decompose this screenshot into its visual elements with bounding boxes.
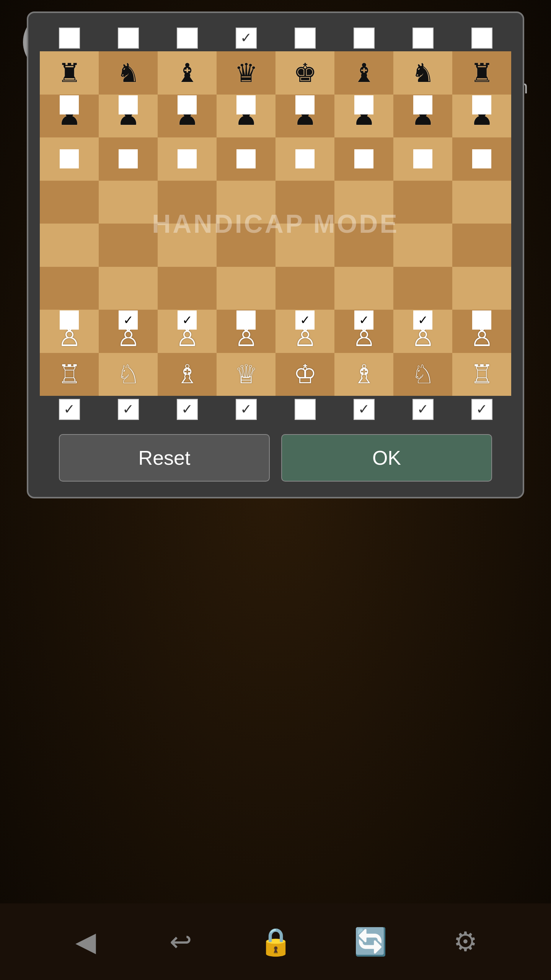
back-button[interactable]: ◀ — [63, 919, 109, 965]
cell-4-5 — [276, 181, 334, 224]
cell-4-8 — [452, 181, 511, 224]
checkbox-b3[interactable] — [177, 28, 198, 49]
cell-7-5: ✓ ♙ — [276, 310, 334, 353]
pawn-check-8[interactable] — [472, 95, 491, 114]
black-checkbox-5[interactable] — [276, 24, 334, 51]
wpawn-check-2[interactable]: ✓ — [119, 310, 138, 330]
pawn-check-6[interactable] — [354, 95, 373, 114]
cell-4-2 — [99, 181, 158, 224]
cell-3-7 — [393, 137, 452, 181]
pawn-check-3[interactable] — [178, 95, 197, 114]
white-checkbox-4[interactable]: ✓ — [217, 396, 276, 423]
piece-r1c6: ♝ — [352, 58, 376, 88]
white-checkbox-7[interactable]: ✓ — [393, 396, 452, 423]
empty-check-3-1[interactable] — [60, 149, 79, 168]
board-row-7: ♙ ✓ ♙ ✓ ♙ ♙ — [40, 310, 511, 353]
black-checkbox-8[interactable] — [452, 24, 511, 51]
wcheckbox-8[interactable]: ✓ — [471, 399, 492, 420]
pawn-check-5[interactable] — [295, 95, 315, 114]
piece-r1c8: ♜ — [470, 58, 494, 88]
black-checkbox-7[interactable] — [393, 24, 452, 51]
white-checkbox-1[interactable]: ✓ — [40, 396, 99, 423]
wcheckbox-2[interactable]: ✓ — [118, 399, 139, 420]
refresh-button[interactable]: 🔄 — [347, 919, 393, 965]
cell-5-7 — [393, 224, 452, 267]
wpawn-check-4[interactable] — [236, 310, 256, 330]
black-checkbox-3[interactable] — [158, 24, 217, 51]
cell-2-6: ♟ — [334, 95, 393, 138]
cell-3-3 — [158, 137, 217, 181]
checkbox-b8[interactable] — [471, 28, 492, 49]
cell-6-2 — [99, 267, 158, 310]
back-icon: ◀ — [75, 926, 96, 957]
board-row-1: ♜ ♞ ♝ ♛ ♚ ♝ ♞ ♜ — [40, 51, 511, 95]
wcheckbox-7[interactable]: ✓ — [412, 399, 434, 420]
checkbox-b2[interactable] — [118, 28, 139, 49]
white-checkbox-3[interactable]: ✓ — [158, 396, 217, 423]
wpawn-check-8[interactable] — [472, 310, 491, 330]
cell-5-2 — [99, 224, 158, 267]
pawn-check-2[interactable] — [119, 95, 138, 114]
reset-button[interactable]: Reset — [59, 434, 270, 482]
handicap-modal: ✓ ♜ — [27, 11, 524, 498]
wcheckbox-4[interactable]: ✓ — [236, 399, 257, 420]
cell-2-8: ♟ — [452, 95, 511, 138]
white-checkbox-6[interactable]: ✓ — [334, 396, 393, 423]
white-checkbox-5[interactable] — [276, 396, 334, 423]
checkbox-b5[interactable] — [295, 28, 316, 49]
black-checkbox-2[interactable] — [99, 24, 158, 51]
wcheckbox-6[interactable]: ✓ — [354, 399, 375, 420]
undo-icon: ↩ — [170, 926, 192, 957]
white-checkbox-2[interactable]: ✓ — [99, 396, 158, 423]
pawn-check-1[interactable] — [60, 95, 79, 114]
wcheckbox-3[interactable]: ✓ — [177, 399, 198, 420]
wpawn-check-3[interactable]: ✓ — [178, 310, 197, 330]
checkbox-b7[interactable] — [412, 28, 434, 49]
cell-6-7 — [393, 267, 452, 310]
empty-check-3-6[interactable] — [354, 149, 373, 168]
board-container: ♜ ♞ ♝ ♛ ♚ ♝ ♞ ♜ ♟ — [40, 51, 511, 396]
empty-check-3-8[interactable] — [472, 149, 491, 168]
pawn-check-4[interactable] — [236, 95, 256, 114]
wpawn-check-1[interactable] — [60, 310, 79, 330]
cell-3-8 — [452, 137, 511, 181]
undo-button[interactable]: ↩ — [158, 919, 204, 965]
checkbox-b6[interactable] — [354, 28, 375, 49]
ok-button[interactable]: OK — [281, 434, 492, 482]
cell-3-6 — [334, 137, 393, 181]
cell-8-4: ♕ — [217, 353, 276, 396]
piece-r1c2: ♞ — [117, 58, 140, 88]
empty-check-3-7[interactable] — [413, 149, 432, 168]
pawn-check-7[interactable] — [413, 95, 432, 114]
black-checkbox-4[interactable]: ✓ — [217, 24, 276, 51]
wpawn-check-6[interactable]: ✓ — [354, 310, 373, 330]
settings-button[interactable]: ⚙ — [442, 919, 488, 965]
piece-r8c3: ♗ — [176, 359, 199, 389]
empty-check-3-4[interactable] — [236, 149, 256, 168]
bottom-nav: ◀ ↩ 🔒 🔄 ⚙ — [0, 903, 551, 980]
cell-6-8 — [452, 267, 511, 310]
cell-7-7: ✓ ♙ — [393, 310, 452, 353]
cell-7-8: ♙ — [452, 310, 511, 353]
empty-check-3-3[interactable] — [178, 149, 197, 168]
lock-button[interactable]: 🔒 — [253, 919, 298, 965]
empty-check-3-5[interactable] — [295, 149, 315, 168]
wcheckbox-5[interactable] — [295, 399, 316, 420]
wpawn-check-5[interactable]: ✓ — [295, 310, 315, 330]
cell-5-1 — [40, 224, 99, 267]
piece-r8c8: ♖ — [470, 359, 494, 389]
piece-r1c4: ♛ — [235, 58, 258, 88]
wcheckbox-1[interactable]: ✓ — [59, 399, 80, 420]
checkbox-b4[interactable]: ✓ — [236, 28, 257, 49]
black-checkbox-1[interactable] — [40, 24, 99, 51]
cell-5-5 — [276, 224, 334, 267]
empty-check-3-2[interactable] — [119, 149, 138, 168]
cell-8-5: ♔ — [276, 353, 334, 396]
cell-1-1: ♜ — [40, 51, 99, 95]
wpawn-check-7[interactable]: ✓ — [413, 310, 432, 330]
white-checkbox-8[interactable]: ✓ — [452, 396, 511, 423]
checkbox-b1[interactable] — [59, 28, 80, 49]
cell-2-4: ♟ — [217, 95, 276, 138]
black-checkbox-6[interactable] — [334, 24, 393, 51]
cell-2-5: ♟ — [276, 95, 334, 138]
